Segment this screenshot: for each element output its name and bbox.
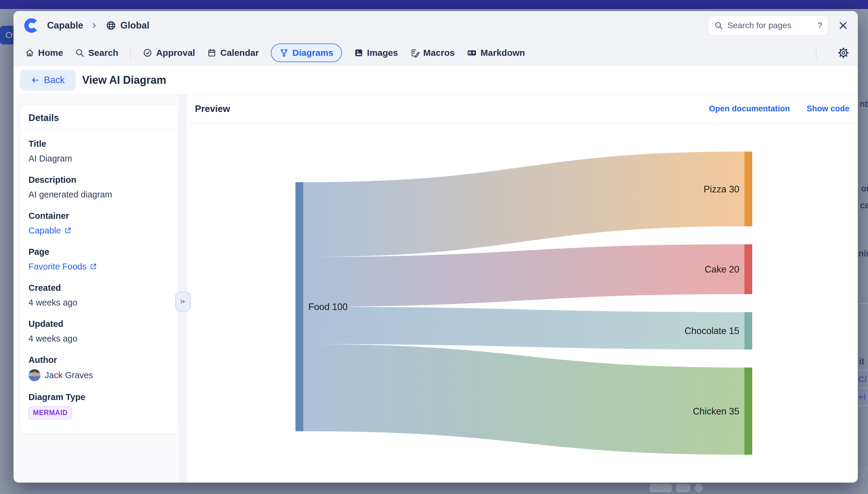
sankey-node-food — [295, 182, 303, 431]
details-card: Details Title AI Diagram Description AI … — [20, 105, 178, 434]
show-code-link[interactable]: Show code — [807, 104, 849, 113]
background-shape — [695, 484, 703, 492]
nav-label: Markdown — [480, 48, 525, 58]
open-documentation-link[interactable]: Open documentation — [709, 104, 790, 113]
external-link-icon — [90, 263, 97, 270]
page-search-box[interactable]: ? — [708, 16, 828, 35]
preview-heading: Preview — [195, 103, 230, 114]
field-label: Updated — [28, 319, 169, 329]
background-text-fragment: it — [859, 357, 864, 366]
nav-item-search[interactable]: Search — [75, 48, 118, 58]
field-label: Title — [28, 138, 169, 149]
chevron-right-icon — [91, 22, 98, 29]
background-divider — [859, 388, 868, 388]
sankey-label-chicken: Chicken 35 — [693, 406, 739, 417]
field-label: Diagram Type — [28, 392, 169, 402]
dialog-header: Capable Global — [14, 11, 858, 40]
field-value: 4 weeks ago — [28, 333, 169, 344]
background-text-fragment: ce — [860, 201, 868, 210]
link-label: Capable — [28, 225, 61, 236]
nav-label: Macros — [423, 48, 455, 58]
nav-divider — [816, 46, 816, 59]
field-container: Container Capable — [28, 210, 169, 236]
field-updated: Updated 4 weeks ago — [28, 319, 169, 344]
background-page-topbar — [0, 0, 868, 9]
screen: O nt or ce nir it C/ +i Capable — [0, 0, 868, 494]
background-divider — [859, 303, 868, 304]
field-value: AI Diagram — [28, 153, 169, 164]
nav-label: Images — [367, 48, 398, 58]
background-text-fragment: nir — [859, 248, 868, 259]
field-diagram-type: Diagram Type MERMAID — [28, 392, 169, 419]
dialog-content: Details Title AI Diagram Description AI … — [14, 95, 858, 482]
nav-label: Approval — [156, 48, 195, 58]
avatar — [28, 369, 40, 381]
sankey-link-chocolate — [303, 307, 745, 350]
sankey-node-cake — [745, 244, 752, 294]
sankey-node-pizza — [745, 152, 752, 226]
breadcrumb-root[interactable]: Capable — [47, 20, 83, 31]
field-value: 4 weeks ago — [28, 297, 169, 308]
preview-actions: Open documentation Show code — [709, 104, 849, 113]
background-link-fragment: C/ — [858, 375, 867, 384]
close-icon — [838, 20, 848, 31]
background-divider — [859, 370, 868, 370]
background-shape — [650, 484, 672, 492]
preview-header: Preview Open documentation Show code — [186, 95, 858, 124]
nav-divider — [130, 46, 131, 59]
search-input[interactable] — [727, 21, 813, 30]
arrow-left-icon — [31, 76, 40, 84]
settings-button[interactable] — [836, 45, 851, 60]
image-icon — [354, 48, 363, 58]
field-label: Created — [28, 282, 169, 293]
author-row: Jack Graves — [28, 369, 169, 381]
sankey-link-pizza — [303, 152, 745, 257]
close-button[interactable] — [836, 19, 850, 33]
search-icon — [75, 48, 84, 58]
sankey-label-food: Food 100 — [308, 302, 348, 312]
nav-label: Diagrams — [292, 48, 334, 58]
sankey-label-pizza: Pizza 30 — [704, 184, 739, 194]
diagram-branch-icon — [279, 48, 289, 58]
background-text-fragment: or — [861, 184, 868, 194]
field-label: Author — [28, 355, 169, 365]
nav-item-images[interactable]: Images — [354, 48, 398, 58]
field-page: Page Favorite Foods — [28, 246, 169, 272]
diagram-type-badge: MERMAID — [28, 406, 72, 419]
search-help-hint: ? — [817, 21, 822, 30]
container-link[interactable]: Capable — [28, 225, 72, 236]
external-link-icon — [64, 227, 72, 234]
sankey-label-cake: Cake 20 — [705, 264, 739, 274]
sankey-diagram: Food 100Pizza 30Cake 20Chocolate 15Chick… — [279, 132, 759, 462]
back-button[interactable]: Back — [20, 70, 76, 90]
details-heading: Details — [20, 105, 177, 130]
nav-item-home[interactable]: Home — [25, 48, 63, 58]
sankey-label-chocolate: Chocolate 15 — [685, 326, 739, 336]
background-shape — [676, 484, 690, 492]
markdown-icon — [467, 48, 477, 58]
nav-item-markdown[interactable]: Markdown — [467, 48, 525, 58]
background-page-button: O — [0, 26, 14, 44]
globe-icon — [105, 20, 116, 31]
nav-item-approval[interactable]: Approval — [143, 48, 195, 58]
field-created: Created 4 weeks ago — [28, 282, 169, 308]
page-link[interactable]: Favorite Foods — [28, 261, 97, 272]
nav-item-diagrams[interactable]: Diagrams — [271, 43, 342, 62]
panel-gutter — [179, 95, 186, 482]
details-fields: Title AI Diagram Description AI generate… — [20, 130, 177, 419]
field-value: AI generated diagram — [28, 189, 169, 200]
background-link-fragment: +i — [858, 392, 866, 402]
search-icon — [714, 21, 723, 30]
sankey-link-chicken — [303, 344, 745, 455]
sankey-node-chicken — [745, 368, 752, 455]
nav-item-calendar[interactable]: Calendar — [207, 48, 259, 58]
macros-icon — [410, 48, 420, 58]
nav-item-macros[interactable]: Macros — [410, 48, 455, 58]
field-description: Description AI generated diagram — [28, 174, 169, 200]
field-label: Page — [28, 246, 169, 257]
send-icon — [856, 464, 868, 478]
author-name: Jack Graves — [45, 370, 93, 380]
nav-label: Home — [38, 48, 63, 58]
preview-body: Food 100Pizza 30Cake 20Chocolate 15Chick… — [186, 124, 858, 482]
breadcrumb-current[interactable]: Global — [121, 20, 150, 31]
